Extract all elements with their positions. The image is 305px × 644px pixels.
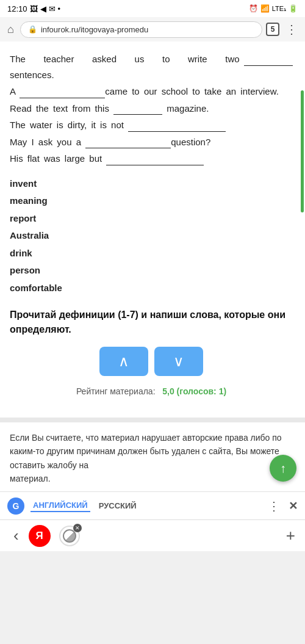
- page-content: The teacher asked us to write two senten…: [0, 42, 305, 418]
- yandex-logo-text: Я: [36, 530, 43, 542]
- bottom-nav: ‹ Я ✕ +: [0, 519, 305, 551]
- section-heading: Прочитай дефиниции (1-7) и напиши слова,…: [10, 308, 293, 337]
- bottom-notice: Если Вы считаете, что материал нарушает …: [0, 418, 305, 492]
- word-item-2: meaning: [10, 192, 293, 210]
- lang-english-tab[interactable]: АНГЛИЙСКИЙ: [30, 499, 90, 512]
- add-tab-button[interactable]: +: [286, 526, 295, 545]
- bottom-nav-right: +: [286, 526, 295, 545]
- word-item-6: person: [10, 262, 293, 280]
- content-area: The teacher asked us to write two senten…: [0, 42, 305, 418]
- sentence-5: May I ask you a question?: [10, 134, 293, 150]
- lock-icon: 🔒: [28, 25, 37, 34]
- time-display: 12:10: [7, 4, 27, 13]
- chevron-up-icon: ∧: [118, 353, 129, 370]
- lang-russian-tab[interactable]: РУССКИЙ: [96, 500, 139, 512]
- sentence-1: The teacher asked us to write two senten…: [10, 51, 293, 82]
- overlay-badge: ✕: [73, 524, 82, 532]
- url-text: infourok.ru/itogovaya-promedu: [41, 25, 148, 34]
- blank-6: [106, 165, 204, 165]
- sentence-3: Read the text from this magazine.: [10, 101, 293, 117]
- signal-icon: LTE₁: [272, 5, 286, 13]
- translate-menu-button[interactable]: ⋮: [268, 499, 280, 513]
- nav-buttons: ∧ ∨: [10, 347, 293, 376]
- word-item-7: comfortable: [10, 280, 293, 297]
- browser-toolbar: ⌂ 🔒 infourok.ru/itogovaya-promedu 5 ⋮: [0, 17, 305, 42]
- sentence-2: A came to our school to take an intervie…: [10, 84, 293, 99]
- blank-1: [244, 65, 293, 66]
- blank-4: [128, 131, 226, 132]
- photo-icon: 🖼: [30, 4, 38, 13]
- status-left: 12:10 🖼 ◀ ✉ •: [7, 4, 60, 13]
- dot-icon: •: [58, 4, 61, 13]
- blank-5: [85, 148, 171, 148]
- rating-label: Рейтинг материала:: [76, 386, 156, 396]
- alarm-icon: ⏰: [249, 4, 258, 13]
- word-list: invent meaning report Australia drink pe…: [10, 175, 293, 297]
- sentence-6: His flat was large but: [10, 151, 293, 167]
- yandex-icon[interactable]: Я: [29, 525, 51, 547]
- battery-icon: 🔋: [289, 4, 298, 13]
- status-right: ⏰ 📶 LTE₁ 🔋: [249, 4, 298, 13]
- rating-bar: Рейтинг материала: 5,0 (голосов: 1): [10, 381, 293, 408]
- back-button[interactable]: ‹: [10, 524, 23, 548]
- notice-text: Если Вы считаете, что материал нарушает …: [10, 431, 295, 486]
- scroll-indicator: [301, 90, 304, 212]
- word-item-4: Australia: [10, 227, 293, 245]
- translate-logo-letter: G: [13, 501, 20, 511]
- text-block: The teacher asked us to write two senten…: [10, 51, 293, 167]
- blank-3: [113, 114, 162, 115]
- translate-close-button[interactable]: ✕: [289, 499, 298, 513]
- home-button[interactable]: ⌂: [5, 22, 16, 37]
- word-item-1: invent: [10, 175, 293, 193]
- word-item-3: report: [10, 210, 293, 228]
- wifi-icon: 📶: [260, 4, 270, 13]
- browser-menu-button[interactable]: ⋮: [283, 21, 300, 38]
- overlay-icon: ✕: [59, 526, 80, 546]
- address-bar[interactable]: 🔒 infourok.ru/itogovaya-promedu: [20, 21, 262, 38]
- chevron-down-icon: ∨: [173, 353, 184, 370]
- tab-count[interactable]: 5: [266, 23, 279, 36]
- nav-up-button[interactable]: ∧: [99, 347, 148, 376]
- nav-down-button[interactable]: ∨: [154, 347, 203, 376]
- sentence-4: The water is dirty, it is not: [10, 117, 293, 133]
- location-icon: ◀: [40, 4, 46, 13]
- word-item-5: drink: [10, 245, 293, 262]
- rating-value: 5,0 (голосов: 1): [162, 386, 226, 396]
- arrow-up-icon: ↑: [280, 458, 286, 478]
- translate-bar: G АНГЛИЙСКИЙ РУССКИЙ ⋮ ✕: [0, 491, 305, 519]
- blank-2: [20, 98, 105, 98]
- status-bar: 12:10 🖼 ◀ ✉ • ⏰ 📶 LTE₁ 🔋: [0, 0, 305, 17]
- translate-logo: G: [7, 497, 24, 515]
- email-icon: ✉: [49, 4, 56, 13]
- translate-right: ⋮ ✕: [268, 499, 298, 513]
